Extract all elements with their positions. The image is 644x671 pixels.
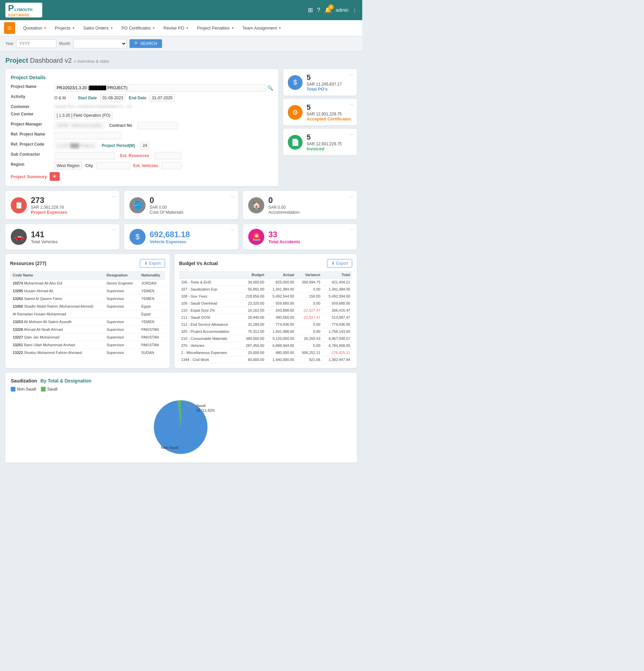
notifications[interactable]: 🔔 8	[324, 7, 332, 14]
table-row: 210 - Consumable Materials 380,000.00 9,…	[179, 335, 352, 342]
resource-designation: Supervisor	[104, 326, 139, 333]
grid-icon[interactable]: ⊞	[308, 7, 313, 14]
budget-table-head: Budget Actual Variance Total	[179, 271, 352, 279]
metric-menu-icon[interactable]: ···	[112, 193, 116, 199]
table-row: 1344 - Civil Work 60,000.00 1,440,000.00…	[179, 356, 352, 363]
metric-menu-icon[interactable]: ···	[231, 193, 235, 199]
pie-chart: Saudi 33 (11.62%) Non-Saudi	[147, 397, 215, 457]
stat-info-total-pos: 5 SAR 11,245,837.17 Total PO's	[307, 73, 342, 92]
non-saudi-color	[11, 387, 15, 392]
nav-sales-orders[interactable]: Sales Orders ▼	[79, 21, 117, 35]
form-row-project-name: Project Name 🔍	[11, 84, 273, 92]
project-period-label: Project Period(M)	[102, 143, 135, 148]
chevron-down-icon: ▼	[110, 26, 113, 30]
admin-menu[interactable]: admin	[336, 8, 348, 13]
col-budget: Budget	[240, 271, 266, 279]
vehicle-expense-icon: $	[129, 229, 145, 245]
budget-row-actual: 559,680.00	[266, 300, 296, 307]
table-row: 13266 Shadhr Abdel Rahim (Muhammad Ahmed…	[10, 303, 165, 310]
est-resources-value	[155, 152, 181, 160]
end-date-value: 31-07-2025	[150, 94, 175, 102]
budget-row-variance: 0.00	[296, 328, 322, 335]
chevron-down-icon: ▼	[43, 26, 47, 30]
resource-code-name: 13226 Ahmad Ali Noah Ahmad	[10, 326, 104, 333]
stat-label-invoiced: Invoiced	[307, 146, 342, 151]
resource-code-name: 13227 Qain Jan Muhammad	[10, 333, 104, 341]
stat-menu-icon[interactable]: ···	[349, 131, 353, 137]
budget-row-actual: 774,936.00	[266, 321, 296, 328]
metric-project-expenses: ··· 📋 273 SAR 2,361,228.78 Project Expen…	[5, 191, 119, 219]
stat-count-invoiced: 5	[307, 133, 342, 142]
nav-po-certificates[interactable]: PO Certificates ▼	[117, 21, 159, 35]
search-button[interactable]: 🔍 SEARCH	[129, 39, 162, 48]
download-icon: ⬇	[144, 261, 147, 266]
contract-no-label: Contract No	[109, 123, 132, 128]
resource-designation: Supervisor	[104, 295, 139, 303]
chevron-down-icon: ▼	[185, 26, 189, 30]
header-right: ⊞ ? 🔔 8 admin ⋮	[308, 7, 357, 14]
metric-label-vehicle-expenses: Vehicle Expenses	[150, 239, 190, 244]
legend-saudi: Saudi	[41, 387, 58, 392]
nav-quotation[interactable]: Quotation ▼	[19, 21, 51, 35]
resources-export-button[interactable]: ⬇ Export	[140, 259, 165, 268]
home-icon: ⊙	[8, 25, 12, 31]
stat-menu-icon[interactable]: ···	[349, 102, 353, 107]
nav-projects[interactable]: Projects ▼	[51, 21, 79, 35]
vehicle-icon: 🚗	[11, 229, 27, 245]
nav-project-penalties[interactable]: Project Penalties ▼	[193, 21, 238, 35]
budget-row-actual: 6,898,944.00	[266, 342, 296, 349]
resource-nationality: PAKISTAN	[139, 333, 165, 341]
ref-project-code-label: Ref. Project Code	[11, 142, 54, 147]
saudi-chart-label: Saudi	[196, 404, 206, 408]
activity-value: O & M	[54, 96, 75, 100]
budget-table-body: 106 - Tools & EHS 34,000.00 825,000.00 3…	[179, 279, 352, 363]
project-summury-button[interactable]: 👁	[50, 172, 60, 181]
search-icon: 🔍	[134, 41, 139, 46]
ref-project-name-value	[54, 132, 121, 139]
metric-menu-icon[interactable]: ···	[231, 227, 235, 232]
budget-row-budget: 60,000.00	[240, 356, 266, 363]
resource-code-name: 13262 Saeed Al Qasem Fares	[10, 295, 104, 303]
help-icon[interactable]: ?	[317, 7, 320, 14]
budget-export-button[interactable]: ⬇ Export	[327, 259, 352, 268]
saudi-label: Saudi	[47, 387, 58, 392]
nav-team-assignment[interactable]: Team Assignment ▼	[239, 21, 286, 35]
month-select[interactable]: JanuaryFebruaryMarch AprilMayJune JulyAu…	[73, 39, 127, 48]
admin-dots[interactable]: ⋮	[352, 8, 357, 13]
nav-revise-po[interactable]: Revise PO ▼	[159, 21, 193, 35]
resource-nationality: Egypt	[139, 303, 165, 310]
metric-menu-icon[interactable]: ···	[349, 227, 353, 232]
budget-row-variance: 0.00	[296, 342, 322, 349]
budget-row-budget: 76,312.00	[240, 328, 266, 335]
resource-designation: Supervisor	[104, 287, 139, 295]
metric-menu-icon[interactable]: ···	[112, 227, 116, 232]
project-name-input[interactable]	[54, 84, 266, 92]
nav-home-button[interactable]: ⊙	[4, 22, 15, 34]
col-designation: Designation	[104, 271, 139, 279]
bottom-grid: Resources (277) ⬇ Export Code Name Desig…	[5, 254, 357, 368]
stat-menu-icon[interactable]: ···	[349, 72, 353, 77]
year-input[interactable]	[16, 39, 56, 48]
resources-header: Resources (277) ⬇ Export	[10, 259, 165, 268]
budget-header-row: Budget Actual Variance Total	[179, 271, 352, 279]
accident-icon: 🚨	[248, 229, 264, 245]
budget-row-variance: -22,527.47	[296, 314, 322, 321]
table-row: 108 - Gov. Fees 228,856.00 5,492,544.00 …	[179, 293, 352, 300]
form-row-pm: Project Manager 10038 - Mahmoud Qadry Co…	[11, 122, 273, 129]
metrics-row-1: ··· 📋 273 SAR 2,361,228.78 Project Expen…	[5, 191, 357, 219]
search-icon[interactable]: 🔍	[267, 85, 273, 91]
budget-row-budget: 20,440.00	[240, 314, 266, 321]
download-icon: ⬇	[331, 261, 335, 266]
metric-info-vehicles: 141 Total Vehicles	[31, 230, 58, 244]
invoice-icon: 📄	[288, 135, 302, 150]
budget-row-actual: 243,888.00	[266, 307, 296, 314]
start-date-value: 01-08-2023	[100, 94, 126, 102]
left-panel: Project Details Project Name 🔍 Activity …	[5, 69, 279, 186]
budget-row-variance: 390,994.75	[296, 279, 322, 286]
table-row: 10274 Muhammad Ali Abu Eid Senior Engine…	[10, 279, 165, 287]
budget-row-label: 325 - Project Accommodation	[179, 328, 240, 335]
metric-label-materials: Cost Of Materials	[150, 210, 183, 215]
table-row: 111 - Saudi GOSI 20,440.00 490,560.00 -2…	[179, 314, 352, 321]
metric-menu-icon[interactable]: ···	[349, 193, 353, 199]
budget-row-label: 109 - Saudi Overhead	[179, 300, 240, 307]
